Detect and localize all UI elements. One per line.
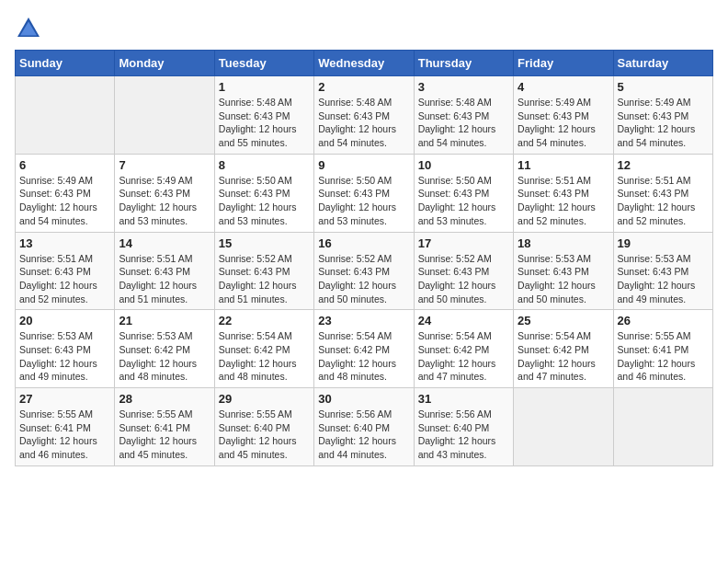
calendar-cell: 15Sunrise: 5:52 AMSunset: 6:43 PMDayligh… — [214, 232, 313, 310]
day-number: 24 — [418, 314, 509, 327]
calendar-cell: 14Sunrise: 5:51 AMSunset: 6:43 PMDayligh… — [115, 232, 214, 310]
day-number: 23 — [318, 314, 409, 327]
day-detail: Sunrise: 5:49 AMSunset: 6:43 PMDaylight:… — [19, 174, 110, 228]
day-number: 1 — [219, 80, 310, 94]
calendar-cell: 5Sunrise: 5:49 AMSunset: 6:43 PMDaylight… — [613, 76, 712, 155]
calendar-cell: 10Sunrise: 5:50 AMSunset: 6:43 PMDayligh… — [414, 154, 513, 232]
day-number: 8 — [219, 158, 310, 172]
day-detail: Sunrise: 5:48 AMSunset: 6:43 PMDaylight:… — [219, 96, 310, 150]
day-detail: Sunrise: 5:55 AMSunset: 6:40 PMDaylight:… — [219, 408, 310, 462]
day-number: 3 — [418, 80, 509, 94]
day-detail: Sunrise: 5:53 AMSunset: 6:42 PMDaylight:… — [119, 329, 210, 384]
day-detail: Sunrise: 5:54 AMSunset: 6:42 PMDaylight:… — [418, 329, 509, 384]
day-detail: Sunrise: 5:56 AMSunset: 6:40 PMDaylight:… — [318, 408, 409, 462]
day-detail: Sunrise: 5:50 AMSunset: 6:43 PMDaylight:… — [318, 174, 409, 228]
logo — [15, 15, 46, 42]
day-detail: Sunrise: 5:52 AMSunset: 6:43 PMDaylight:… — [418, 252, 509, 306]
calendar-cell: 7Sunrise: 5:49 AMSunset: 6:43 PMDaylight… — [115, 154, 214, 232]
day-number: 20 — [19, 314, 110, 327]
calendar-cell: 6Sunrise: 5:49 AMSunset: 6:43 PMDaylight… — [16, 154, 115, 232]
day-detail: Sunrise: 5:54 AMSunset: 6:42 PMDaylight:… — [318, 329, 409, 384]
day-number: 25 — [518, 314, 609, 327]
day-detail: Sunrise: 5:51 AMSunset: 6:43 PMDaylight:… — [618, 174, 709, 228]
calendar-cell: 31Sunrise: 5:56 AMSunset: 6:40 PMDayligh… — [414, 388, 513, 466]
calendar-cell: 24Sunrise: 5:54 AMSunset: 6:42 PMDayligh… — [414, 310, 513, 388]
day-number: 21 — [119, 314, 210, 327]
calendar-week-row: 6Sunrise: 5:49 AMSunset: 6:43 PMDaylight… — [16, 154, 713, 232]
day-number: 4 — [518, 80, 609, 94]
day-detail: Sunrise: 5:51 AMSunset: 6:43 PMDaylight:… — [119, 252, 210, 306]
day-number: 9 — [318, 158, 409, 172]
day-detail: Sunrise: 5:49 AMSunset: 6:43 PMDaylight:… — [618, 96, 709, 150]
day-detail: Sunrise: 5:53 AMSunset: 6:43 PMDaylight:… — [618, 252, 709, 306]
calendar-cell: 21Sunrise: 5:53 AMSunset: 6:42 PMDayligh… — [115, 310, 214, 388]
calendar-cell: 11Sunrise: 5:51 AMSunset: 6:43 PMDayligh… — [514, 154, 613, 232]
calendar-week-row: 13Sunrise: 5:51 AMSunset: 6:43 PMDayligh… — [16, 232, 713, 310]
day-detail: Sunrise: 5:49 AMSunset: 6:43 PMDaylight:… — [119, 174, 210, 228]
day-number: 27 — [19, 392, 110, 406]
weekday-header-friday: Friday — [514, 51, 613, 76]
day-number: 22 — [219, 314, 310, 327]
calendar-week-row: 1Sunrise: 5:48 AMSunset: 6:43 PMDaylight… — [16, 76, 713, 155]
calendar-cell: 13Sunrise: 5:51 AMSunset: 6:43 PMDayligh… — [16, 232, 115, 310]
calendar-cell: 29Sunrise: 5:55 AMSunset: 6:40 PMDayligh… — [214, 388, 313, 466]
day-number: 19 — [618, 236, 709, 250]
day-number: 26 — [618, 314, 709, 327]
day-number: 13 — [19, 236, 110, 250]
calendar-cell: 8Sunrise: 5:50 AMSunset: 6:43 PMDaylight… — [214, 154, 313, 232]
weekday-header-sunday: Sunday — [16, 51, 115, 76]
day-number: 17 — [418, 236, 509, 250]
day-detail: Sunrise: 5:54 AMSunset: 6:42 PMDaylight:… — [219, 329, 310, 384]
day-number: 28 — [119, 392, 210, 406]
calendar-cell — [613, 388, 712, 466]
day-number: 2 — [318, 80, 409, 94]
calendar-table: SundayMondayTuesdayWednesdayThursdayFrid… — [15, 50, 713, 466]
day-detail: Sunrise: 5:48 AMSunset: 6:43 PMDaylight:… — [318, 96, 409, 150]
calendar-cell: 1Sunrise: 5:48 AMSunset: 6:43 PMDaylight… — [214, 76, 313, 155]
calendar-cell: 16Sunrise: 5:52 AMSunset: 6:43 PMDayligh… — [314, 232, 414, 310]
day-detail: Sunrise: 5:53 AMSunset: 6:43 PMDaylight:… — [19, 329, 110, 384]
calendar-cell: 23Sunrise: 5:54 AMSunset: 6:42 PMDayligh… — [314, 310, 414, 388]
day-detail: Sunrise: 5:50 AMSunset: 6:43 PMDaylight:… — [418, 174, 509, 228]
calendar-cell — [514, 388, 613, 466]
day-number: 31 — [418, 392, 509, 406]
day-detail: Sunrise: 5:55 AMSunset: 6:41 PMDaylight:… — [19, 408, 110, 462]
weekday-header-wednesday: Wednesday — [314, 51, 414, 76]
day-number: 12 — [618, 158, 709, 172]
day-detail: Sunrise: 5:51 AMSunset: 6:43 PMDaylight:… — [19, 252, 110, 306]
day-detail: Sunrise: 5:49 AMSunset: 6:43 PMDaylight:… — [518, 96, 609, 150]
day-number: 5 — [618, 80, 709, 94]
day-number: 6 — [19, 158, 110, 172]
day-detail: Sunrise: 5:50 AMSunset: 6:43 PMDaylight:… — [219, 174, 310, 228]
calendar-cell: 19Sunrise: 5:53 AMSunset: 6:43 PMDayligh… — [613, 232, 712, 310]
day-number: 7 — [119, 158, 210, 172]
day-number: 16 — [318, 236, 409, 250]
day-number: 10 — [418, 158, 509, 172]
calendar-cell: 17Sunrise: 5:52 AMSunset: 6:43 PMDayligh… — [414, 232, 513, 310]
calendar-cell: 22Sunrise: 5:54 AMSunset: 6:42 PMDayligh… — [214, 310, 313, 388]
calendar-cell — [16, 76, 115, 155]
day-number: 11 — [518, 158, 609, 172]
day-number: 15 — [219, 236, 310, 250]
weekday-header-row: SundayMondayTuesdayWednesdayThursdayFrid… — [16, 51, 713, 76]
calendar-cell: 18Sunrise: 5:53 AMSunset: 6:43 PMDayligh… — [514, 232, 613, 310]
day-detail: Sunrise: 5:52 AMSunset: 6:43 PMDaylight:… — [318, 252, 409, 306]
calendar-cell — [115, 76, 214, 155]
day-detail: Sunrise: 5:51 AMSunset: 6:43 PMDaylight:… — [518, 174, 609, 228]
day-detail: Sunrise: 5:55 AMSunset: 6:41 PMDaylight:… — [119, 408, 210, 462]
day-number: 29 — [219, 392, 310, 406]
weekday-header-monday: Monday — [115, 51, 214, 76]
weekday-header-tuesday: Tuesday — [214, 51, 313, 76]
calendar-cell: 20Sunrise: 5:53 AMSunset: 6:43 PMDayligh… — [16, 310, 115, 388]
calendar-cell: 2Sunrise: 5:48 AMSunset: 6:43 PMDaylight… — [314, 76, 414, 155]
calendar-cell: 30Sunrise: 5:56 AMSunset: 6:40 PMDayligh… — [314, 388, 414, 466]
day-detail: Sunrise: 5:55 AMSunset: 6:41 PMDaylight:… — [618, 329, 709, 384]
calendar-week-row: 27Sunrise: 5:55 AMSunset: 6:41 PMDayligh… — [16, 388, 713, 466]
day-number: 18 — [518, 236, 609, 250]
calendar-cell: 3Sunrise: 5:48 AMSunset: 6:43 PMDaylight… — [414, 76, 513, 155]
day-detail: Sunrise: 5:53 AMSunset: 6:43 PMDaylight:… — [518, 252, 609, 306]
calendar-cell: 27Sunrise: 5:55 AMSunset: 6:41 PMDayligh… — [16, 388, 115, 466]
calendar-cell: 9Sunrise: 5:50 AMSunset: 6:43 PMDaylight… — [314, 154, 414, 232]
calendar-cell: 4Sunrise: 5:49 AMSunset: 6:43 PMDaylight… — [514, 76, 613, 155]
logo-icon — [15, 15, 42, 42]
